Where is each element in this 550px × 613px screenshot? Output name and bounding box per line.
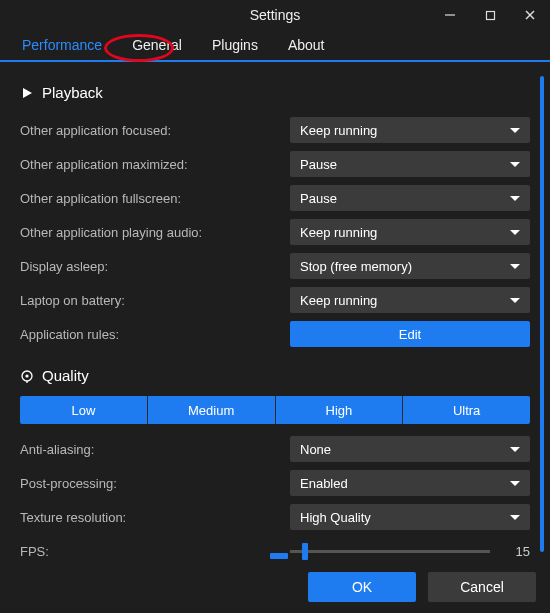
edit-button[interactable]: Edit	[290, 321, 530, 347]
select-other-fullscreen[interactable]: Pause	[290, 185, 530, 211]
ok-button[interactable]: OK	[308, 572, 416, 602]
select-value: Pause	[300, 157, 337, 172]
select-laptop-battery[interactable]: Keep running	[290, 287, 530, 313]
row-post-processing: Post-processing: Enabled	[20, 466, 530, 500]
window-controls	[430, 0, 550, 30]
svg-marker-4	[23, 88, 32, 98]
select-value: Pause	[300, 191, 337, 206]
slider-track	[290, 550, 490, 553]
tab-bar: Performance General Plugins About	[0, 30, 550, 62]
label-laptop-battery: Laptop on battery:	[20, 293, 280, 308]
select-value: High Quality	[300, 510, 371, 525]
select-value: Keep running	[300, 225, 377, 240]
select-anti-aliasing[interactable]: None	[290, 436, 530, 462]
tab-performance[interactable]: Performance	[10, 31, 114, 59]
row-other-focused: Other application focused: Keep running	[20, 113, 530, 147]
select-other-audio[interactable]: Keep running	[290, 219, 530, 245]
select-value: Keep running	[300, 293, 377, 308]
label-display-asleep: Display asleep:	[20, 259, 280, 274]
preset-medium[interactable]: Medium	[148, 396, 276, 424]
select-value: Stop (free memory)	[300, 259, 412, 274]
row-application-rules: Application rules: Edit	[20, 317, 530, 351]
playback-section-header: Playback	[20, 84, 530, 101]
titlebar: Settings	[0, 0, 550, 30]
fps-value: 15	[500, 544, 530, 559]
dialog-footer: OK Cancel	[0, 561, 550, 613]
select-other-maximized[interactable]: Pause	[290, 151, 530, 177]
scrollbar-vertical[interactable]	[540, 76, 544, 552]
label-fps: FPS:	[20, 544, 280, 559]
svg-rect-1	[486, 11, 494, 19]
preset-high[interactable]: High	[276, 396, 404, 424]
chevron-down-icon	[510, 298, 520, 303]
playback-section-label: Playback	[42, 84, 103, 101]
label-post-processing: Post-processing:	[20, 476, 280, 491]
cancel-button[interactable]: Cancel	[428, 572, 536, 602]
select-post-processing[interactable]: Enabled	[290, 470, 530, 496]
partial-control-fragment	[270, 553, 288, 559]
slider-thumb[interactable]	[302, 543, 308, 560]
quality-preset-segmented: Low Medium High Ultra	[20, 396, 530, 424]
window-title: Settings	[250, 7, 301, 23]
select-other-focused[interactable]: Keep running	[290, 117, 530, 143]
row-other-audio: Other application playing audio: Keep ru…	[20, 215, 530, 249]
minimize-icon	[444, 9, 456, 21]
select-value: Keep running	[300, 123, 377, 138]
label-anti-aliasing: Anti-aliasing:	[20, 442, 280, 457]
tab-plugins[interactable]: Plugins	[200, 31, 270, 59]
label-other-maximized: Other application maximized:	[20, 157, 280, 172]
label-texture-resolution: Texture resolution:	[20, 510, 280, 525]
label-other-audio: Other application playing audio:	[20, 225, 280, 240]
close-button[interactable]	[510, 0, 550, 30]
preset-ultra[interactable]: Ultra	[403, 396, 530, 424]
maximize-button[interactable]	[470, 0, 510, 30]
row-display-asleep: Display asleep: Stop (free memory)	[20, 249, 530, 283]
row-texture-resolution: Texture resolution: High Quality	[20, 500, 530, 534]
label-application-rules: Application rules:	[20, 327, 280, 342]
quality-section-label: Quality	[42, 367, 89, 384]
maximize-icon	[485, 10, 496, 21]
chevron-down-icon	[510, 481, 520, 486]
chevron-down-icon	[510, 196, 520, 201]
settings-window: Settings Performance General Plugins Abo…	[0, 0, 550, 613]
tab-about[interactable]: About	[276, 31, 337, 59]
row-laptop-battery: Laptop on battery: Keep running	[20, 283, 530, 317]
tab-general[interactable]: General	[120, 31, 194, 59]
chevron-down-icon	[510, 515, 520, 520]
close-icon	[524, 9, 536, 21]
row-other-maximized: Other application maximized: Pause	[20, 147, 530, 181]
select-value: None	[300, 442, 331, 457]
play-icon	[20, 86, 34, 100]
label-other-focused: Other application focused:	[20, 123, 280, 138]
content-panel: Playback Other application focused: Keep…	[0, 62, 550, 561]
select-texture-resolution[interactable]: High Quality	[290, 504, 530, 530]
chevron-down-icon	[510, 447, 520, 452]
select-value: Enabled	[300, 476, 348, 491]
chevron-down-icon	[510, 264, 520, 269]
svg-point-6	[25, 374, 28, 377]
label-other-fullscreen: Other application fullscreen:	[20, 191, 280, 206]
quality-section-header: Quality	[20, 367, 530, 384]
chevron-down-icon	[510, 128, 520, 133]
row-anti-aliasing: Anti-aliasing: None	[20, 432, 530, 466]
row-other-fullscreen: Other application fullscreen: Pause	[20, 181, 530, 215]
chevron-down-icon	[510, 230, 520, 235]
chevron-down-icon	[510, 162, 520, 167]
fps-slider[interactable]: 15	[290, 544, 530, 559]
preset-low[interactable]: Low	[20, 396, 148, 424]
minimize-button[interactable]	[430, 0, 470, 30]
select-display-asleep[interactable]: Stop (free memory)	[290, 253, 530, 279]
quality-icon	[20, 369, 34, 383]
